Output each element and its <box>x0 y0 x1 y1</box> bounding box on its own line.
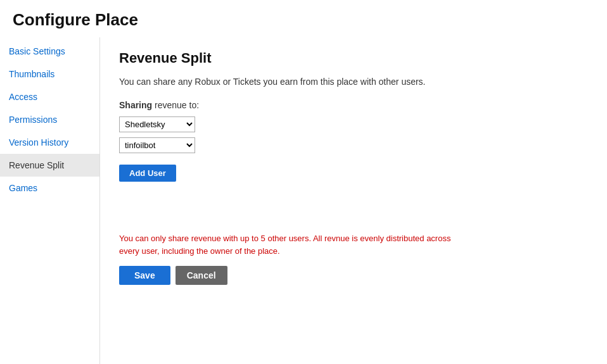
user-select-2[interactable]: tinfoilbot <box>119 137 195 153</box>
page-title: Configure Place <box>0 0 607 37</box>
sidebar-item-thumbnails[interactable]: Thumbnails <box>0 63 99 85</box>
add-user-button[interactable]: Add User <box>119 165 176 182</box>
sidebar-item-revenue-split[interactable]: Revenue Split <box>0 154 99 177</box>
sidebar-item-games[interactable]: Games <box>0 177 99 199</box>
sharing-bold: Sharing <box>119 100 152 110</box>
sharing-label: Sharing revenue to: <box>119 100 588 110</box>
sidebar-item-access[interactable]: Access <box>0 85 99 108</box>
sharing-rest: revenue to: <box>152 100 199 110</box>
user-select-1[interactable]: Shedletsky <box>119 116 195 132</box>
save-button[interactable]: Save <box>119 266 170 285</box>
sidebar-item-basic-settings[interactable]: Basic Settings <box>0 40 99 63</box>
sidebar-item-permissions[interactable]: Permissions <box>0 108 99 131</box>
main-panel: Revenue Split You can share any Robux or… <box>100 37 607 364</box>
user-select-row-2: tinfoilbot <box>119 137 588 153</box>
notice-text: You can only share revenue with up to 5 … <box>119 232 455 257</box>
action-buttons: Save Cancel <box>119 266 588 285</box>
cancel-button[interactable]: Cancel <box>176 266 227 285</box>
sidebar-item-version-history[interactable]: Version History <box>0 131 99 154</box>
user-select-row-1: Shedletsky <box>119 116 588 132</box>
description-text: You can share any Robux or Tickets you e… <box>119 75 449 89</box>
section-title: Revenue Split <box>119 50 588 66</box>
sidebar: Basic Settings Thumbnails Access Permiss… <box>0 37 100 364</box>
